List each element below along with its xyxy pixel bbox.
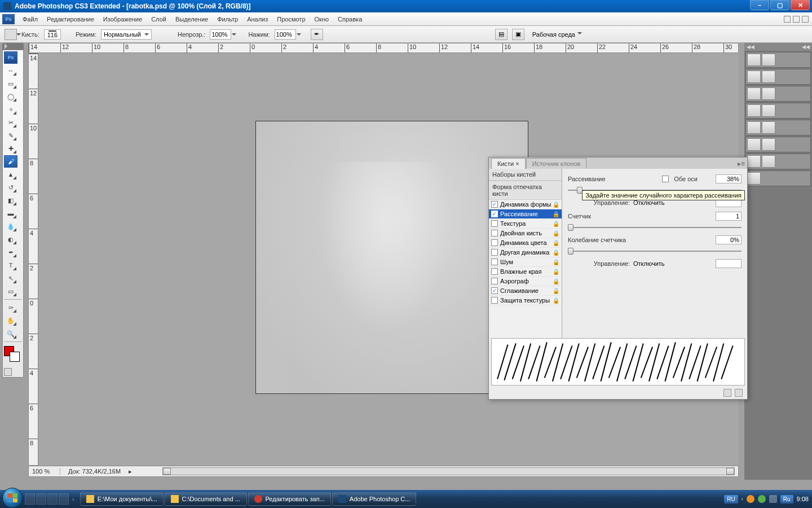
jitter-control-select[interactable]: Отключить (633, 260, 712, 267)
mdi-close-button[interactable] (802, 16, 809, 23)
brush-option-row[interactable]: Влажные края🔒 (489, 267, 562, 277)
document-canvas[interactable] (255, 121, 528, 394)
menu-analysis[interactable]: Анализ (242, 14, 272, 24)
option-checkbox[interactable] (491, 268, 498, 275)
healing-tool[interactable]: ✚ (4, 142, 17, 155)
lock-icon[interactable]: 🔒 (553, 221, 559, 227)
channels-panel-icon[interactable] (747, 172, 761, 185)
lock-icon[interactable]: 🔒 (553, 278, 559, 284)
brushes-panel-icon[interactable] (747, 138, 761, 151)
styles-panel-icon[interactable] (747, 87, 761, 100)
flow-input[interactable]: 100% (275, 29, 296, 40)
option-checkbox[interactable] (491, 230, 498, 237)
option-checkbox[interactable]: ✓ (491, 201, 498, 208)
layer-comps-panel-icon[interactable] (762, 155, 775, 168)
airbrush-toggle[interactable]: ✒ (311, 29, 323, 40)
count-jitter-slider[interactable] (568, 247, 742, 256)
lock-icon[interactable]: 🔒 (553, 249, 559, 256)
window-minimize-button[interactable]: – (750, 0, 769, 10)
menu-edit[interactable]: Редактирование (42, 14, 99, 24)
lock-icon[interactable]: 🔒 (553, 269, 559, 275)
history-brush-tool[interactable]: ↺ (4, 181, 17, 194)
brush-option-row[interactable]: Текстура🔒 (489, 219, 562, 229)
zoom-field[interactable]: 100 % (32, 468, 60, 475)
language-indicator[interactable]: RU (724, 495, 738, 503)
language-indicator-2[interactable]: Ru (780, 495, 793, 503)
brush-option-row[interactable]: Динамика цвета🔒 (489, 238, 562, 248)
brush-option-row[interactable]: Защита текстуры🔒 (489, 296, 562, 305)
pen-tool[interactable]: ✒ (4, 246, 17, 259)
lasso-tool[interactable]: ◯ (4, 90, 17, 103)
path-select-tool[interactable]: ↖ (4, 272, 17, 284)
brush-picker[interactable]: 116 (44, 29, 61, 40)
opacity-input[interactable]: 100% (210, 29, 231, 40)
brush-option-row[interactable]: Другая динамика🔒 (489, 248, 562, 257)
brush-option-row[interactable]: ✓Сглаживание🔒 (489, 286, 562, 296)
tab-brushes[interactable]: Кисти × (491, 158, 526, 169)
gradient-tool[interactable]: ▬ (4, 207, 17, 220)
ql-icon[interactable] (25, 493, 35, 505)
blend-mode-select[interactable]: Нормальный (101, 29, 152, 40)
start-button[interactable] (2, 488, 23, 508)
ps-logo-icon[interactable]: Ps (4, 51, 17, 64)
lock-icon[interactable]: 🔒 (553, 259, 559, 265)
histogram-panel-icon[interactable] (762, 54, 775, 66)
lock-icon[interactable]: 🔒 (553, 240, 559, 246)
zoom-tool[interactable]: 🔍 (4, 327, 17, 340)
scroll-right-button[interactable] (726, 468, 734, 475)
menu-select[interactable]: Выделение (171, 14, 213, 24)
screen-mode-button[interactable]: ▣ (512, 29, 524, 40)
layers-panel-icon[interactable] (762, 87, 775, 100)
shape-tool[interactable]: ▭ (4, 285, 17, 297)
menu-filter[interactable]: Фильтр (213, 14, 242, 24)
marquee-tool[interactable]: ▭ (4, 77, 17, 90)
color-panel-icon[interactable] (747, 71, 761, 83)
taskbar-item[interactable]: Редактировать зап... (248, 492, 331, 506)
option-checkbox[interactable] (491, 239, 498, 246)
actions-panel-icon[interactable] (762, 104, 775, 117)
tray-icon[interactable] (769, 495, 777, 503)
doc-size-label[interactable]: Док: 732,4K/2,16M (68, 468, 121, 475)
ps-menu-icon[interactable]: Ps (2, 14, 15, 24)
option-checkbox[interactable]: ✓ (491, 211, 498, 217)
lock-icon[interactable]: 🔒 (553, 297, 559, 304)
menu-view[interactable]: Просмотр (272, 14, 310, 24)
tool-preset-picker[interactable] (5, 29, 17, 40)
quick-select-tool[interactable]: ✧ (4, 103, 17, 116)
palette-collapse-bar[interactable]: ◀◀◀◀ (744, 43, 812, 51)
window-maximize-button[interactable]: ▢ (770, 0, 789, 10)
tool-presets-panel-icon[interactable] (747, 155, 761, 168)
navigator-panel-icon[interactable] (747, 54, 761, 66)
toolbox-grip[interactable] (2, 43, 24, 50)
option-checkbox[interactable] (491, 220, 498, 227)
tab-clone-source[interactable]: Источник клонов (526, 158, 587, 169)
option-checkbox[interactable] (491, 278, 498, 284)
both-axes-checkbox[interactable] (662, 176, 669, 182)
vertical-ruler[interactable]: 141210864202468 (28, 53, 38, 466)
lock-icon[interactable]: 🔒 (553, 202, 559, 208)
quick-mask-button[interactable] (4, 368, 12, 376)
count-value-input[interactable]: 1 (716, 212, 742, 221)
panel-menu-icon[interactable]: ▸≡ (738, 160, 745, 168)
scroll-left-button[interactable] (163, 468, 171, 475)
hand-tool[interactable]: ✋ (4, 314, 17, 327)
taskbar-item[interactable]: Adobe Photoshop C... (332, 492, 417, 506)
option-checkbox[interactable]: ✓ (491, 287, 498, 294)
background-color[interactable] (10, 352, 20, 362)
horizontal-scrollbar[interactable] (162, 467, 735, 475)
mdi-minimize-button[interactable] (784, 16, 791, 23)
type-tool[interactable]: T (4, 259, 17, 271)
brush-option-row[interactable]: Двойная кисть🔒 (489, 229, 562, 238)
eyedropper-tool[interactable]: ✎ (4, 129, 17, 142)
new-preset-button[interactable] (723, 389, 731, 397)
blur-tool[interactable]: 💧 (4, 220, 17, 233)
brush-option-row[interactable]: Шум🔒 (489, 257, 562, 267)
eraser-tool[interactable]: ◧ (4, 194, 17, 207)
tray-icon[interactable] (747, 495, 754, 503)
option-checkbox[interactable] (491, 249, 498, 256)
taskbar-item[interactable]: C:\Documents and ... (165, 492, 247, 506)
dodge-tool[interactable]: ◐ (4, 233, 17, 246)
ql-icon[interactable] (36, 493, 46, 505)
move-tool[interactable]: ↔ (4, 64, 17, 77)
brush-tool[interactable]: 🖌 (4, 155, 17, 168)
